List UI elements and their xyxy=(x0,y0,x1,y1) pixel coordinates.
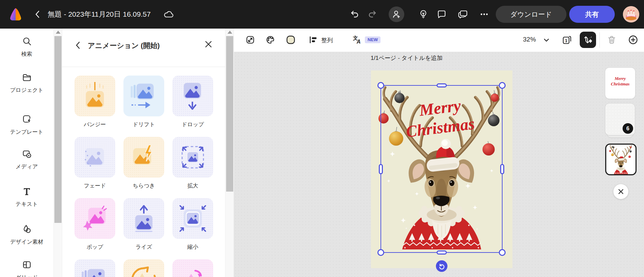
express-logo[interactable] xyxy=(9,7,22,21)
rail-item-label: グリッド xyxy=(0,275,53,277)
resize-handle-w[interactable] xyxy=(379,164,383,174)
element-list-close-button[interactable] xyxy=(613,184,628,199)
avatar[interactable] xyxy=(623,6,639,22)
selection-box[interactable] xyxy=(380,85,503,253)
resize-handle-ne[interactable] xyxy=(499,82,506,89)
animation-tile-drop[interactable]: ドロップ xyxy=(172,76,213,128)
rise-animation-icon xyxy=(123,198,164,239)
media-icon xyxy=(0,149,53,159)
back-button[interactable] xyxy=(33,10,42,19)
animation-tile-pop[interactable]: ポップ xyxy=(74,198,115,251)
rail-item-label: テンプレート xyxy=(0,129,53,135)
add-collaborator-button[interactable] xyxy=(389,6,404,22)
tile-label: ドリフト xyxy=(123,121,164,128)
redo-button[interactable] xyxy=(368,10,377,19)
fade-animation-icon xyxy=(74,137,115,178)
rail-scrollbar[interactable] xyxy=(53,29,62,277)
canvas-area[interactable]: 1/1ページ - タイトルを追加 xyxy=(234,52,644,277)
scroll-up-arrow[interactable] xyxy=(227,31,232,34)
align-icon[interactable] xyxy=(309,35,318,44)
animation-tile-rise[interactable]: ライズ xyxy=(123,198,164,251)
tile-label: 縮小 xyxy=(172,244,213,251)
folder-icon xyxy=(0,72,53,82)
canvas-toolbar: 整列 文 A NEW 32% 1 xyxy=(234,29,644,52)
rail-item-media[interactable]: メディア xyxy=(0,149,53,170)
animation-tile-fade[interactable]: フェード xyxy=(74,137,115,190)
pivot-animation-icon xyxy=(172,259,213,277)
zoom-level[interactable]: 32% xyxy=(523,36,536,43)
text-icon xyxy=(0,186,53,196)
rail-item-grid[interactable]: グリッド xyxy=(0,260,53,277)
rotate-handle[interactable] xyxy=(436,260,447,272)
resize-handle-s[interactable] xyxy=(437,250,447,255)
theme-palette-button[interactable] xyxy=(266,35,275,44)
animation-tile-pivot[interactable] xyxy=(172,259,213,277)
animation-tile-bungee[interactable]: バンジー xyxy=(74,76,115,128)
animation-tile-slide[interactable] xyxy=(74,259,115,277)
panel-scrollbar[interactable] xyxy=(225,29,234,277)
more-options-button[interactable] xyxy=(480,10,489,19)
zoom-chevron-icon[interactable] xyxy=(543,37,550,44)
slide-animation-icon xyxy=(74,259,115,277)
shrink-animation-icon xyxy=(172,198,213,239)
panel-back-button[interactable] xyxy=(74,41,83,50)
animation-tile-expand[interactable]: 拡大 xyxy=(172,137,213,190)
panel-divider xyxy=(62,67,225,67)
animation-tool-button[interactable] xyxy=(580,32,596,48)
rail-item-shapes[interactable]: デザイン素材 xyxy=(0,224,53,245)
element-thumbnail-image-selected[interactable] xyxy=(605,144,637,175)
comment-button[interactable] xyxy=(437,10,446,19)
pages-view-button[interactable]: 1 xyxy=(562,35,572,45)
toolbar-divider xyxy=(599,32,600,48)
rail-item-text[interactable]: テキスト xyxy=(0,186,53,207)
thumb-text-line2: Christmas xyxy=(605,81,635,87)
share-button[interactable]: 共有 xyxy=(569,6,615,23)
align-label[interactable]: 整列 xyxy=(321,36,333,44)
animation-tile-flicker[interactable]: ちらつき xyxy=(123,137,164,190)
page-label[interactable]: 1/1ページ - タイトルを追加 xyxy=(371,54,443,62)
animation-tile-spin[interactable] xyxy=(123,259,164,277)
resize-handle-nw[interactable] xyxy=(377,82,384,89)
tile-label: ライズ xyxy=(123,244,164,251)
template-icon xyxy=(0,114,53,124)
chat-threads-button[interactable] xyxy=(458,10,468,19)
rail-item-template[interactable]: テンプレート xyxy=(0,114,53,135)
rail-item-search[interactable]: 検索 xyxy=(0,36,53,57)
panel-close-button[interactable] xyxy=(204,40,213,48)
flicker-animation-icon xyxy=(123,137,164,178)
tile-label: 拡大 xyxy=(172,182,213,190)
tile-label: ポップ xyxy=(74,244,115,251)
grid-icon xyxy=(0,260,53,270)
top-bar: 無題 - 2023年11月20日 16.09.57 ダウンロード 共有 xyxy=(0,0,644,29)
rail-item-folder[interactable]: プロジェクト xyxy=(0,72,53,93)
delete-page-button[interactable] xyxy=(607,35,616,45)
background-color-swatch[interactable] xyxy=(286,35,295,44)
element-thumbnail-text[interactable]: Merry Christmas xyxy=(605,68,635,99)
animation-tile-shrink[interactable]: 縮小 xyxy=(172,198,213,251)
animation-tile-drift[interactable]: ドリフト xyxy=(123,76,164,128)
resize-handle-se[interactable] xyxy=(499,249,506,256)
drift-animation-icon xyxy=(123,76,164,116)
scroll-up-arrow[interactable] xyxy=(56,31,61,34)
spin-animation-icon xyxy=(123,259,164,277)
group-count-badge: 6 xyxy=(623,123,633,134)
animation-panel: アニメーション (開始) バンジードリフトドロップフェードちらつき拡大ポップライ… xyxy=(62,29,225,277)
resize-handle-e[interactable] xyxy=(500,164,504,174)
shapes-icon xyxy=(0,224,53,234)
tile-label: ちらつき xyxy=(123,182,164,190)
resize-design-button[interactable] xyxy=(246,35,255,44)
undo-button[interactable] xyxy=(350,10,359,19)
resize-handle-sw[interactable] xyxy=(377,249,384,256)
download-button[interactable]: ダウンロード xyxy=(496,6,566,23)
thumb-text-line1: Merry xyxy=(605,76,635,81)
rail-scrollbar-thumb[interactable] xyxy=(54,36,62,223)
panel-scrollbar-thumb[interactable] xyxy=(226,36,233,192)
tile-label: バンジー xyxy=(74,121,115,128)
svg-text:1: 1 xyxy=(565,38,567,43)
resize-handle-n[interactable] xyxy=(437,83,447,87)
idea-lightbulb-button[interactable] xyxy=(419,10,428,19)
tile-label: ドロップ xyxy=(172,121,213,128)
bungee-animation-icon xyxy=(74,76,115,116)
translate-button[interactable]: 文 A xyxy=(353,35,362,45)
add-page-button[interactable] xyxy=(628,35,638,45)
